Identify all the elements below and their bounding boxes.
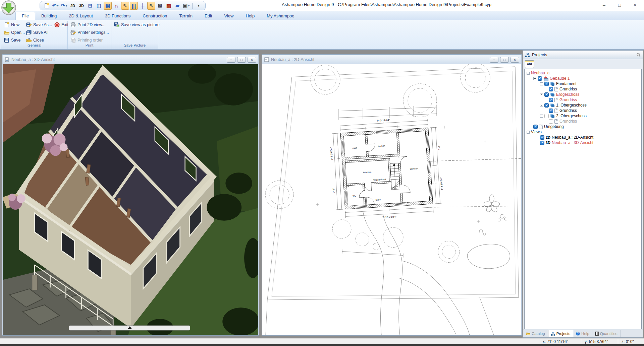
tree-item-grundriss-erdgeschoss[interactable]: Grundriss <box>525 97 641 102</box>
tree-label: Views <box>531 130 542 134</box>
expander-icon[interactable] <box>540 82 543 85</box>
tree-item-neubau-a[interactable]: Neubau_a <box>525 70 641 76</box>
tree-label: Grundriss <box>559 108 577 113</box>
minimize-button[interactable]: – <box>227 57 235 63</box>
copy-button[interactable]: ▣▾ <box>182 2 190 10</box>
printing-order-icon <box>70 38 76 43</box>
close-button[interactable]: × <box>248 57 256 63</box>
checkbox[interactable] <box>544 114 549 118</box>
tab-building[interactable]: Building <box>35 12 63 20</box>
expander-icon[interactable] <box>527 131 530 134</box>
tree-item-erdgeschoss[interactable]: Erdgeschoss <box>525 92 641 97</box>
expander-icon[interactable] <box>533 77 536 80</box>
expander-icon[interactable] <box>540 104 543 107</box>
tab-quantities[interactable]: Quantities <box>592 330 621 337</box>
tab-file[interactable]: File <box>15 12 35 20</box>
tab-catalog[interactable]: Catalog <box>523 330 548 337</box>
tab-my-ashampoo[interactable]: My Ashampoo <box>261 12 300 20</box>
expander-icon[interactable] <box>540 115 543 118</box>
save-view-as-picture-button[interactable]: Save view as picture <box>111 21 158 28</box>
minimize-button[interactable]: – <box>596 0 612 10</box>
new-document-button[interactable] <box>43 2 51 10</box>
printer-settings-button[interactable]: Printer settings... <box>68 28 111 36</box>
rotation-slider[interactable] <box>69 326 190 330</box>
pin-icon[interactable] <box>636 53 641 57</box>
tree-item-1-obergeschoss[interactable]: 1. Obergeschoss <box>525 102 641 108</box>
checkbox[interactable] <box>540 141 544 145</box>
close-view-button[interactable]: ⊠ <box>156 2 164 10</box>
tree-item-grundriss-og2[interactable]: Grundriss <box>525 119 641 124</box>
application-window: ↶▾ ↷▾ 2D 3D ⊟ ◫ ▦ ∩ ↖ ||| ┼ ↖ ⊠ ▨ ▰ ▣▾ ▾… <box>0 0 644 346</box>
restore-button[interactable]: □ <box>500 57 509 63</box>
checkbox[interactable] <box>544 92 549 97</box>
select-elements-toggle[interactable]: ↖ <box>121 2 129 10</box>
save-all-button[interactable]: Save All <box>23 28 52 36</box>
window-title: Ashampoo Home Design 9 - C:\Program File… <box>282 2 491 7</box>
tree-item-grundriss-fundament[interactable]: Grundriss <box>525 86 641 92</box>
tab-2d-layout[interactable]: 2D & Layout <box>63 12 99 20</box>
restore-button[interactable]: □ <box>612 0 627 10</box>
expander-icon[interactable] <box>527 72 530 75</box>
toolbar-overflow-button[interactable]: ▾ <box>195 2 203 10</box>
checkbox[interactable] <box>549 119 553 124</box>
checkbox[interactable] <box>533 125 538 129</box>
viewer-2d-canvas[interactable]: HWR Kochen Wohnen Arbeiten Treppenhaus W… <box>262 64 521 335</box>
new-button[interactable]: New <box>1 21 23 28</box>
tab-view[interactable]: View <box>218 12 240 20</box>
viewer-3d-titlebar[interactable]: Neubau_a : 3D-Ansicht – □ × <box>3 55 258 64</box>
save-button[interactable]: Save <box>1 36 23 44</box>
tree-item-2-obergeschoss[interactable]: 2. Obergeschoss <box>525 113 641 119</box>
grid-toggle[interactable]: ▦ <box>104 2 112 10</box>
checkbox[interactable] <box>538 76 542 81</box>
tree-item-view-2d[interactable]: 2D Neubau_a : 2D-Ansicht <box>525 135 641 140</box>
expander-icon[interactable] <box>540 93 543 96</box>
checkbox[interactable] <box>540 135 544 140</box>
print-2d-button[interactable]: Print 2D view... <box>68 21 111 28</box>
checkbox[interactable] <box>549 98 553 102</box>
texture-button[interactable]: ▨ <box>165 2 173 10</box>
split-vertical-button[interactable]: ◫ <box>95 2 103 10</box>
edit-2d-button[interactable]: 2D <box>69 2 77 10</box>
open-button[interactable]: Open... <box>1 28 23 36</box>
exit-button[interactable]: Exit <box>52 21 67 28</box>
label-tool-tab[interactable]: abl <box>525 60 534 68</box>
close-button[interactable]: × <box>511 57 519 63</box>
checkbox[interactable] <box>549 109 553 113</box>
restore-button[interactable]: □ <box>237 57 246 63</box>
tab-help[interactable]: Help <box>239 12 261 20</box>
eraser-button[interactable]: ▰ <box>173 2 181 10</box>
undo-button[interactable]: ↶▾ <box>51 2 59 10</box>
tab-3d-functions[interactable]: 3D Functions <box>99 12 137 20</box>
save-as-icon <box>26 22 32 27</box>
redo-button[interactable]: ↷▾ <box>60 2 68 10</box>
tree-item-grundriss-og1[interactable]: Grundriss <box>525 108 641 113</box>
tree-item-fundament[interactable]: Fundament <box>525 81 641 86</box>
close-button-ribbon[interactable]: Close <box>23 36 52 44</box>
tree-item-views[interactable]: Views <box>525 129 641 135</box>
tree-item-gebaeude-1[interactable]: Gebäude 1 <box>525 76 641 81</box>
tab-help[interactable]: ? Help <box>573 330 592 337</box>
tab-terrain[interactable]: Terrain <box>173 12 199 20</box>
viewer-2d-titlebar[interactable]: Neubau_a : 2D-Ansicht – □ × <box>262 55 521 64</box>
plan-icon <box>554 87 558 91</box>
guides-toggle[interactable]: ||| <box>130 2 138 10</box>
snap-magnet-button[interactable]: ∩ <box>112 2 120 10</box>
minimize-button[interactable]: – <box>490 57 498 63</box>
ribbon-group-general: New Open... Save Save As... Save All <box>1 21 68 49</box>
checkbox[interactable] <box>544 82 549 86</box>
tab-edit[interactable]: Edit <box>199 12 218 20</box>
save-as-button[interactable]: Save As... <box>23 21 52 28</box>
tab-construction[interactable]: Construction <box>137 12 173 20</box>
split-horizontal-button[interactable]: ⊟ <box>86 2 94 10</box>
axis-cross-button[interactable]: ┼ <box>139 2 147 10</box>
checkbox[interactable] <box>549 87 553 91</box>
pointer-toggle[interactable]: ↖ <box>147 2 155 10</box>
tree-item-view-3d[interactable]: 3D Neubau_a : 3D-Ansicht <box>525 140 641 145</box>
close-button[interactable]: × <box>627 0 643 10</box>
copy-icon: ▣ <box>183 3 187 9</box>
checkbox[interactable] <box>544 103 549 108</box>
tab-projects[interactable]: Projects <box>548 330 574 337</box>
tree-item-umgebung[interactable]: Umgebung <box>525 124 641 129</box>
viewer-3d-canvas[interactable] <box>3 64 258 335</box>
edit-3d-button[interactable]: 3D <box>77 2 86 10</box>
